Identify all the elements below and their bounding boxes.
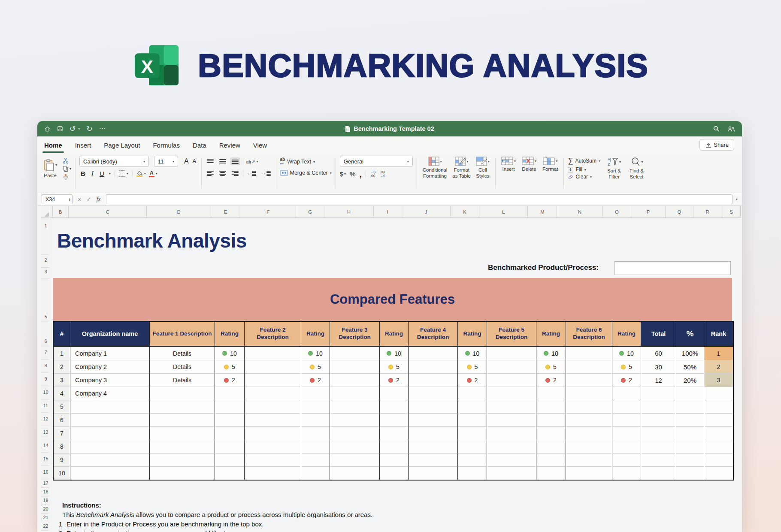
fill-button[interactable]: Fill▾ [568,166,600,172]
font-color-icon[interactable]: A [149,170,154,177]
clear-button[interactable]: Clear▾ [568,174,600,180]
more-commands-icon[interactable]: ⋯ [99,125,106,132]
merge-center-button[interactable]: Merge & Center ▾ [280,170,332,176]
column-header-E[interactable]: E [211,206,240,218]
row-header-16[interactable]: 16 [41,469,50,475]
cell-rating[interactable] [457,426,487,440]
cell-rating[interactable] [612,400,641,413]
cell-rating[interactable]: 2 [457,373,487,387]
cell-rating[interactable] [457,413,487,426]
cell-feature-4-description[interactable] [408,440,457,453]
cell-feature-2-description[interactable] [244,387,301,400]
percent-format-icon[interactable]: % [350,170,355,178]
cell-feature-5-description[interactable] [487,426,536,440]
cell-organization[interactable] [70,440,149,453]
cell-feature-5-description[interactable] [487,387,536,400]
cell-total[interactable]: 12 [641,373,676,387]
col-header-total[interactable]: Total [641,322,676,347]
cell-feature-6-description[interactable] [566,413,612,426]
cell-percent[interactable] [676,453,704,466]
cell-feature-6-description[interactable] [566,453,612,466]
cell-feature-6-description[interactable] [566,347,612,360]
cell-feature-3-description[interactable] [330,413,379,426]
cell-rating[interactable] [379,400,408,413]
cell-feature-1-description[interactable] [149,413,215,426]
row-header-20[interactable]: 20 [41,505,50,512]
cell-row-num[interactable]: 1 [54,347,70,360]
col-header-feature-4[interactable]: Feature 4 Description [408,322,457,347]
column-header-J[interactable]: J [402,206,451,218]
cell-percent[interactable] [676,400,704,413]
cell-row-num[interactable]: 5 [54,400,70,413]
align-left-icon[interactable] [206,169,215,177]
column-header-P[interactable]: P [631,206,666,218]
cell-rating[interactable] [612,426,641,440]
cell-organization[interactable]: Company 3 [70,373,149,387]
cell-percent[interactable] [676,440,704,453]
cell-rating[interactable] [457,400,487,413]
align-top-icon[interactable] [206,157,215,165]
cell-rating[interactable] [536,387,566,400]
cell-feature-3-description[interactable] [330,453,379,466]
people-icon[interactable] [727,126,735,132]
cell-total[interactable] [641,426,676,440]
col-header-percent[interactable]: % [676,322,704,347]
column-header-O[interactable]: O [603,206,631,218]
row-header-18[interactable]: 18 [41,488,50,495]
cell-feature-2-description[interactable] [244,347,301,360]
cell-rating[interactable]: 5 [215,360,244,373]
undo-icon[interactable]: ↺ [70,125,76,133]
cell-percent[interactable] [676,426,704,440]
cell-feature-3-description[interactable] [330,426,379,440]
increase-font-size-button[interactable]: Aˆ [184,157,190,165]
cell-rating[interactable] [379,387,408,400]
cell-total[interactable] [641,387,676,400]
row-header-8[interactable]: 8 [41,362,50,369]
column-header-N[interactable]: N [557,206,602,218]
cell-feature-6-description[interactable] [566,360,612,373]
cell-feature-4-description[interactable] [408,413,457,426]
sort-filter-button[interactable]: AZ ▾ Sort &Filter [605,156,623,181]
cell-rating[interactable] [612,440,641,453]
cell-feature-1-description[interactable]: Details [149,360,215,373]
cell-row-num[interactable]: 10 [54,466,70,480]
orientation-icon[interactable]: ab↗ [246,157,255,165]
cell-rating[interactable] [215,440,244,453]
cell-row-num[interactable]: 8 [54,440,70,453]
cell-rating[interactable] [457,466,487,480]
row-header-1[interactable]: 1 [41,222,50,229]
cell-row-num[interactable]: 9 [54,453,70,466]
name-box-spinner[interactable]: ▴▾ [69,198,70,201]
row-header-15[interactable]: 15 [41,455,50,462]
cell-rating[interactable] [301,387,330,400]
cell-rating[interactable] [215,413,244,426]
cell-row-num[interactable]: 6 [54,413,70,426]
align-middle-icon[interactable] [218,157,227,165]
cell-rating[interactable] [612,387,641,400]
align-right-icon[interactable] [230,169,240,177]
cell-row-num[interactable]: 2 [54,360,70,373]
copy-icon[interactable] [62,166,69,172]
row-header-19[interactable]: 19 [41,497,50,504]
cell-feature-4-description[interactable] [408,387,457,400]
cell-rank[interactable]: 1 [704,347,733,360]
cell-total[interactable] [641,400,676,413]
save-icon[interactable] [57,126,63,132]
wrap-text-button[interactable]: ab↩ Wrap Text ▾ [280,157,332,166]
cell-feature-3-description[interactable] [330,373,379,387]
col-header-num[interactable]: # [54,322,70,347]
cell-rank[interactable]: 3 [704,373,733,387]
cell-feature-5-description[interactable] [487,453,536,466]
cell-feature-6-description[interactable] [566,387,612,400]
cell-rating[interactable] [379,440,408,453]
cell-feature-1-description[interactable] [149,426,215,440]
cell-feature-2-description[interactable] [244,453,301,466]
cell-feature-3-description[interactable] [330,440,379,453]
cell-feature-2-description[interactable] [244,373,301,387]
borders-icon[interactable] [119,170,125,177]
font-size-select[interactable]: 11▾ [154,156,178,167]
cell-rating[interactable] [457,453,487,466]
cell-rating[interactable] [379,466,408,480]
cell-feature-2-description[interactable] [244,466,301,480]
home-icon[interactable] [44,126,51,132]
